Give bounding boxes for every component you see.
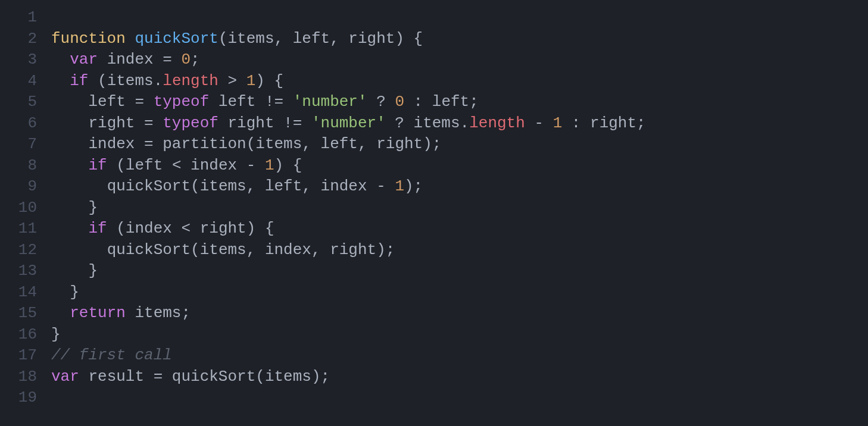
code-token: ? (386, 114, 414, 132)
code-token: index (107, 51, 154, 68)
code-area[interactable]: function quickSort(items, left, right) {… (48, 7, 868, 426)
code-token: 0 (395, 93, 404, 111)
code-token: ? (367, 93, 395, 111)
code-token: items (227, 30, 274, 48)
code-token: ) (274, 156, 293, 174)
code-token: , (246, 241, 265, 259)
code-token: } (70, 283, 79, 301)
code-token: ) (423, 135, 432, 153)
code-token: - (525, 114, 553, 132)
code-token (98, 51, 107, 68)
code-line[interactable]: } (51, 282, 868, 303)
code-token: ( (191, 241, 200, 259)
code-line[interactable]: } (51, 261, 868, 282)
code-token: right (348, 30, 395, 48)
code-token: = (126, 93, 154, 111)
code-token: ; (414, 177, 423, 195)
code-line[interactable] (51, 387, 868, 409)
code-token: . (154, 72, 163, 90)
code-token: typeof (154, 93, 210, 111)
code-token: left (265, 177, 302, 195)
code-line[interactable]: function quickSort(items, left, right) { (51, 29, 868, 50)
code-token: ( (107, 156, 126, 174)
code-line[interactable]: } (51, 198, 868, 219)
line-number-gutter: 12345678910111213141516171819 (0, 7, 48, 426)
code-token: , (358, 135, 376, 153)
code-token: 1 (395, 177, 404, 195)
code-token: var (51, 368, 79, 386)
code-token: } (88, 199, 98, 217)
line-number: 19 (0, 387, 37, 409)
code-line[interactable]: if (index < right) { (51, 218, 868, 240)
code-token: 1 (553, 114, 563, 132)
code-token: { (274, 72, 284, 90)
code-line[interactable]: right = typeof right != 'number' ? items… (51, 113, 868, 134)
code-token: index (191, 156, 237, 174)
code-line[interactable]: if (items.length > 1) { (51, 71, 868, 92)
line-number: 17 (0, 345, 37, 367)
code-token: 1 (246, 72, 256, 90)
code-token: ) (255, 72, 274, 90)
code-token (126, 304, 135, 322)
code-token: items (255, 135, 302, 153)
code-token: , (302, 135, 320, 153)
code-token: items (135, 304, 181, 322)
code-token: if (70, 72, 88, 90)
code-line[interactable]: return items; (51, 303, 868, 324)
code-token: index (321, 177, 367, 195)
code-token (79, 368, 89, 386)
code-token: left (432, 93, 469, 111)
code-line[interactable]: var result = quickSort(items); (51, 367, 868, 388)
code-token: ; (432, 135, 442, 153)
line-number: 5 (0, 92, 37, 113)
code-line[interactable]: left = typeof left != 'number' ? 0 : lef… (51, 92, 868, 113)
code-token: < (163, 156, 191, 174)
code-token: right (227, 114, 274, 132)
code-token: left (218, 93, 255, 111)
code-token: : (404, 93, 432, 111)
line-number: 3 (0, 49, 37, 71)
code-token: right (376, 135, 423, 153)
code-editor[interactable]: 12345678910111213141516171819 function q… (0, 0, 868, 426)
code-token (218, 114, 228, 132)
line-number: 16 (0, 324, 37, 346)
line-number: 12 (0, 240, 37, 261)
code-token: ) (404, 177, 414, 195)
code-token: index (126, 220, 172, 237)
code-token: ) (376, 241, 386, 259)
code-line[interactable]: quickSort(items, index, right); (51, 240, 868, 261)
code-token: 1 (265, 156, 274, 174)
code-token: ( (191, 177, 200, 195)
code-token: right (200, 220, 246, 237)
code-token: function (51, 30, 126, 48)
code-token: items (107, 72, 154, 90)
code-line[interactable]: quickSort(items, left, index - 1); (51, 176, 868, 198)
code-token: quickSort (107, 177, 191, 195)
code-token: < (172, 220, 200, 237)
code-line[interactable]: // first call (51, 345, 868, 367)
code-line[interactable] (51, 7, 868, 29)
code-line[interactable]: } (51, 324, 868, 346)
code-token: if (88, 156, 107, 174)
line-number: 1 (0, 7, 37, 29)
code-line[interactable]: if (left < index - 1) { (51, 155, 868, 177)
code-token: var (70, 51, 98, 68)
code-token: ( (88, 72, 107, 90)
line-number: 2 (0, 29, 37, 50)
code-line[interactable]: index = partition(items, left, right); (51, 134, 868, 155)
code-token: ( (246, 135, 256, 153)
code-token: index (88, 135, 135, 153)
code-token: partition (163, 135, 246, 153)
code-token: ( (255, 368, 265, 386)
code-token: != (274, 114, 311, 132)
line-number: 14 (0, 282, 37, 303)
code-token: quickSort (107, 241, 191, 259)
code-token: - (367, 177, 395, 195)
code-line[interactable]: var index = 0; (51, 49, 868, 71)
code-token (126, 30, 135, 48)
code-token: . (460, 114, 470, 132)
line-number: 7 (0, 134, 37, 155)
code-token: left (321, 135, 358, 153)
code-token: ) (311, 368, 321, 386)
code-token: = (135, 135, 163, 153)
